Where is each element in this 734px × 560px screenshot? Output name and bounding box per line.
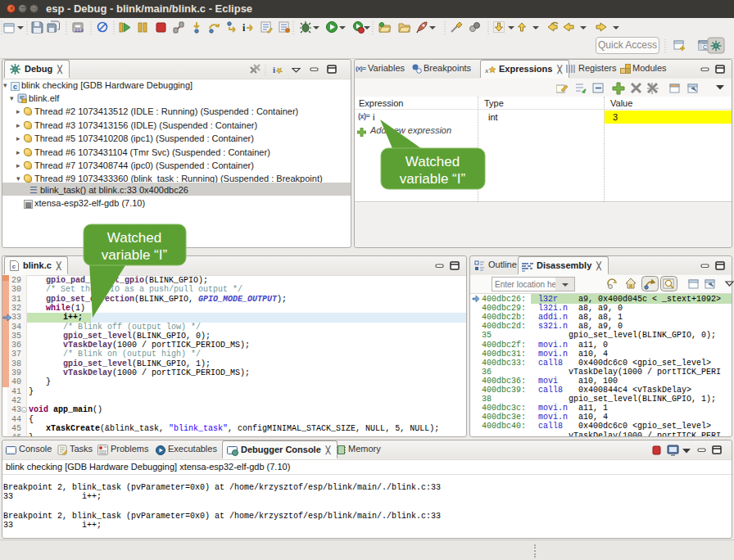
svg-text:c: c [12,263,16,270]
svg-text:i: i [242,22,246,34]
svg-text:010: 010 [75,28,84,34]
svg-text:i: i [273,65,275,75]
svg-text:C: C [703,44,707,50]
svg-text:x: x [485,66,489,75]
